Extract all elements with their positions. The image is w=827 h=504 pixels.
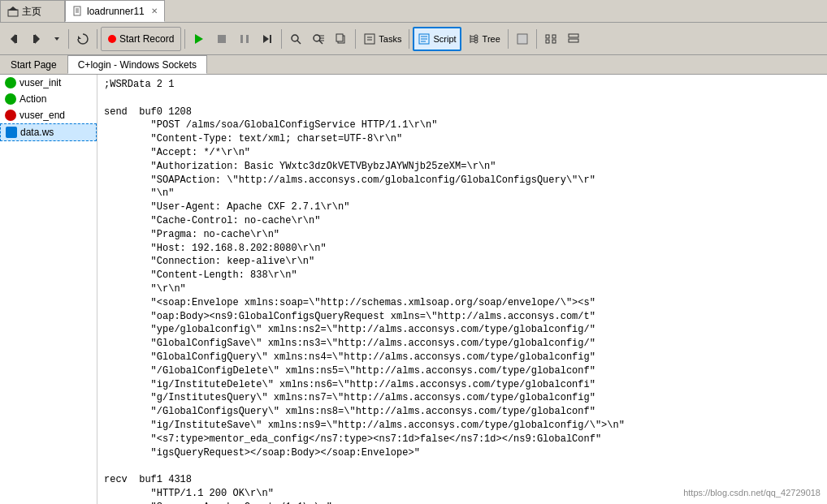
separator-2 [97, 29, 97, 49]
script-icon [418, 32, 431, 45]
svg-point-18 [292, 35, 298, 41]
tab-loadrunner[interactable]: loadrunner11 ✕ [65, 0, 165, 22]
svg-rect-7 [15, 35, 17, 43]
tab-home[interactable]: 主页 [0, 0, 65, 22]
svg-rect-47 [569, 39, 578, 42]
arrow-down-button[interactable] [49, 27, 65, 51]
vuser-end-icon [5, 110, 16, 121]
separator-7 [508, 29, 509, 49]
back-button[interactable] [3, 27, 24, 51]
copy-button[interactable] [331, 27, 352, 51]
stop-icon [215, 32, 228, 45]
svg-line-19 [297, 41, 301, 44]
separator-8 [536, 29, 537, 49]
stop-button[interactable] [211, 27, 232, 51]
tab-group: 主页 loadrunner11 ✕ [0, 0, 165, 22]
main-area: vuser_init Action vuser_end data.ws ;WSR… [0, 75, 827, 504]
sidebar-item-data-ws[interactable]: data.ws [0, 123, 97, 141]
tab-start-page-label: Start Page [11, 59, 57, 71]
svg-marker-6 [11, 34, 15, 44]
svg-rect-13 [218, 35, 226, 43]
search-lines-icon [312, 32, 325, 45]
block-button[interactable] [512, 27, 533, 51]
sidebar-item-action[interactable]: Action [0, 91, 97, 107]
action-icon [5, 93, 16, 105]
back-icon [7, 32, 20, 45]
record-dot-icon [108, 35, 116, 43]
start-record-label: Start Record [119, 33, 174, 45]
data-ws-label: data.ws [20, 127, 54, 138]
chevron-down-icon [53, 35, 61, 43]
toolbar: Start Record [0, 23, 827, 55]
play-button[interactable] [188, 27, 210, 51]
code-text: ;WSRData 2 1 send buf0 1208 "POST /alms/… [104, 79, 625, 504]
svg-rect-9 [33, 35, 35, 43]
vuser-init-label: vuser_init [19, 77, 61, 88]
svg-rect-45 [552, 40, 556, 43]
code-content: ;WSRData 2 1 send buf0 1208 "POST /alms/… [97, 75, 827, 504]
sidebar-item-vuser-init[interactable]: vuser_init [0, 75, 97, 91]
tree-button[interactable]: Tree [463, 27, 504, 51]
separator-1 [68, 29, 69, 49]
start-record-button[interactable]: Start Record [101, 27, 181, 51]
tab-close-button[interactable]: ✕ [151, 6, 158, 15]
svg-rect-44 [546, 40, 549, 43]
tab-clogin[interactable]: C+login - Windows Sockets [67, 55, 207, 74]
sidebar: vuser_init Action vuser_end data.ws [0, 75, 97, 504]
vuser-init-icon [5, 77, 16, 88]
sub-tab-bar: Start Page C+login - Windows Sockets [0, 55, 827, 75]
search2-button[interactable] [308, 27, 329, 51]
svg-rect-26 [336, 34, 343, 41]
svg-marker-12 [195, 34, 203, 44]
script-button[interactable]: Script [413, 27, 461, 51]
tasks-button[interactable]: Tasks [359, 27, 405, 51]
svg-rect-0 [8, 10, 18, 16]
tree-label: Tree [483, 34, 500, 44]
svg-rect-17 [270, 35, 271, 43]
tab-clogin-label: C+login - Windows Sockets [78, 59, 197, 71]
refresh-icon [76, 32, 89, 45]
action-label: Action [19, 93, 46, 105]
step-icon [261, 32, 274, 45]
tab-loadrunner-label: loadrunner11 [87, 6, 145, 17]
step-button[interactable] [257, 27, 278, 51]
pause-icon [238, 32, 251, 45]
svg-rect-27 [365, 34, 375, 44]
tasks-label: Tasks [379, 34, 401, 44]
settings2-button[interactable] [563, 27, 584, 51]
separator-6 [409, 29, 409, 49]
separator-5 [355, 29, 356, 49]
script-label: Script [433, 34, 456, 44]
tab-start-page[interactable]: Start Page [0, 55, 67, 74]
forward-icon [30, 32, 43, 45]
svg-rect-42 [546, 35, 549, 38]
svg-rect-41 [517, 34, 527, 44]
data-ws-icon [6, 127, 17, 138]
play-icon [193, 32, 206, 45]
svg-marker-10 [54, 37, 59, 41]
svg-rect-15 [246, 35, 249, 43]
tab-home-label: 主页 [22, 5, 41, 19]
tasks-icon [363, 32, 376, 45]
sidebar-item-vuser-end[interactable]: vuser_end [0, 107, 97, 123]
forward-button[interactable] [26, 27, 47, 51]
svg-marker-1 [8, 6, 18, 11]
title-bar: 主页 loadrunner11 ✕ [0, 0, 827, 23]
search1-button[interactable] [285, 27, 306, 51]
svg-marker-8 [35, 34, 40, 44]
svg-marker-16 [263, 35, 269, 43]
file-icon [72, 6, 84, 17]
block-icon [516, 32, 529, 45]
svg-rect-46 [569, 34, 578, 37]
separator-4 [281, 29, 282, 49]
pause-button[interactable] [234, 27, 255, 51]
svg-rect-43 [552, 35, 556, 38]
svg-point-20 [314, 35, 320, 41]
magnify-icon [289, 32, 302, 45]
svg-marker-11 [78, 36, 81, 39]
tree-icon [467, 32, 480, 45]
home-icon [7, 6, 19, 17]
copy-icon [335, 32, 348, 45]
settings1-button[interactable] [540, 27, 561, 51]
refresh-button[interactable] [72, 27, 93, 51]
